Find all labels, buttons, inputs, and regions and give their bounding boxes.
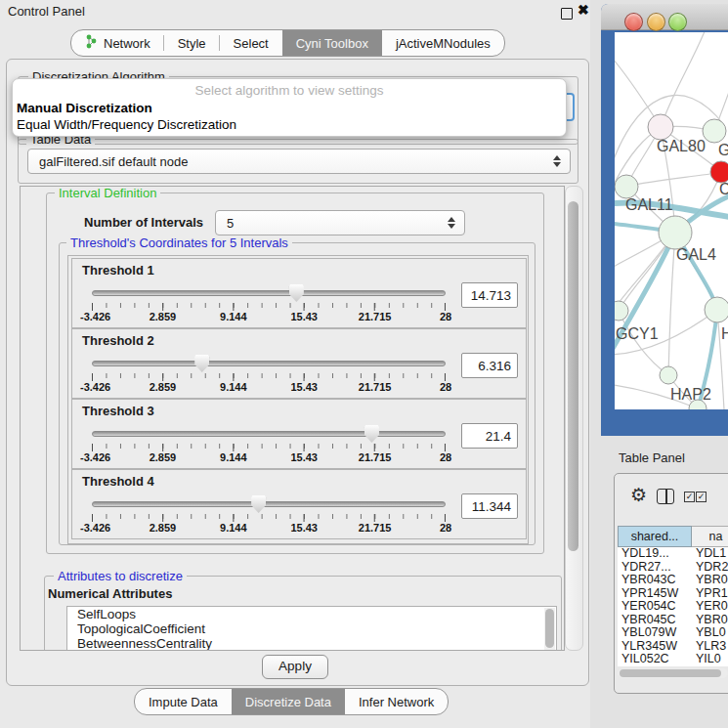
threshold-slider[interactable]: -3.4262.8599.14415.4321.71528: [92, 353, 446, 392]
column-header-shared-name[interactable]: shared...: [618, 526, 692, 547]
network-node[interactable]: [648, 114, 673, 140]
network-node-selected[interactable]: [710, 161, 728, 183]
threshold-value-field[interactable]: 11.344: [461, 493, 518, 519]
zoom-traffic-light[interactable]: [668, 13, 687, 31]
settings-scrollbar[interactable]: [565, 186, 583, 651]
screen: Control Panel ✖ Network Style Select Cyn…: [0, 0, 728, 728]
checkbox-icon[interactable]: ✓: [696, 492, 707, 502]
columns-icon[interactable]: [657, 489, 674, 504]
table-row[interactable]: YDL19...YDL1: [618, 547, 728, 561]
threshold-row: Threshold 4 -3.4262.8599.14415.4321.7152…: [71, 469, 527, 539]
settings-viewport: Interval Definition Number of Intervals …: [20, 186, 565, 651]
slider-major-ticks: [92, 303, 446, 311]
numerical-attributes-label: Numerical Attributes: [48, 586, 172, 601]
table-data-combobox[interactable]: galFiltered.sif default node: [27, 149, 571, 174]
slider-major-ticks: [92, 444, 446, 451]
thresholds-group: Threshold's Coordinates for 5 Intervals …: [59, 242, 535, 545]
tab-infer-network[interactable]: Infer Network: [345, 689, 448, 714]
threshold-label: Threshold 4: [82, 474, 154, 489]
tab-discretize-data[interactable]: Discretize Data: [232, 689, 345, 714]
table-row[interactable]: YDR27...YDR2: [618, 561, 728, 575]
threshold-slider[interactable]: -3.4262.8599.14415.4321.71528: [92, 493, 446, 533]
attributes-list-scrollbar[interactable]: [544, 608, 555, 651]
threshold-row: Threshold 3 -3.4262.8599.14415.4321.7152…: [71, 399, 527, 469]
network-node[interactable]: [615, 301, 628, 321]
threshold-value-field[interactable]: 21.4: [461, 423, 518, 449]
threshold-row: Threshold 1 -3.4262.8599.14415.4321.7152…: [71, 258, 527, 328]
close-icon[interactable]: ✖: [578, 2, 589, 18]
list-item[interactable]: TopologicalCoefficient: [67, 621, 556, 636]
list-item[interactable]: SelfLoops: [67, 607, 556, 621]
network-node[interactable]: [703, 119, 726, 143]
tab-label: Infer Network: [359, 695, 434, 709]
network-node[interactable]: [615, 175, 638, 198]
tab-label: Network: [104, 36, 150, 51]
threshold-value-field[interactable]: 14.713: [461, 282, 518, 308]
table-row[interactable]: YPR145WYPR1: [618, 587, 728, 601]
table-row[interactable]: YIL052CYIL0: [618, 653, 728, 666]
group-title: Attributes to discretize: [54, 570, 187, 583]
threshold-label: Threshold 1: [82, 263, 154, 278]
slider-track[interactable]: [92, 361, 446, 366]
slider-handle[interactable]: [194, 355, 209, 372]
column-header-name[interactable]: na: [692, 526, 728, 547]
tab-label: Discretize Data: [245, 695, 331, 709]
dropdown-item-equal-width[interactable]: Equal Width/Frequency Discretization: [17, 117, 236, 132]
scrollbar-thumb[interactable]: [620, 669, 721, 677]
network-node[interactable]: [659, 216, 692, 249]
dropdown-item-manual-discretization[interactable]: Manual Discretization: [17, 101, 152, 115]
slider-track[interactable]: [92, 431, 446, 437]
threshold-label: Threshold 2: [82, 333, 154, 348]
tab-cyni-toolbox[interactable]: Cyni Toolbox: [282, 30, 382, 56]
attributes-list: SelfLoops TopologicalCoefficient Between…: [66, 606, 557, 651]
threshold-slider[interactable]: -3.4262.8599.14415.4321.71528: [92, 423, 446, 462]
tab-select[interactable]: Select: [220, 30, 282, 56]
group-title: Threshold's Coordinates for 5 Intervals: [66, 236, 292, 250]
apply-button[interactable]: Apply: [262, 655, 328, 679]
gear-icon[interactable]: ⚙: [630, 487, 647, 504]
threshold-value-field[interactable]: 6.316: [461, 353, 518, 378]
float-window-icon[interactable]: [561, 8, 573, 20]
slider-track[interactable]: [92, 290, 446, 296]
network-window-titlebar[interactable]: [601, 4, 728, 30]
close-traffic-light[interactable]: [624, 13, 643, 31]
scrollbar-thumb[interactable]: [568, 201, 578, 551]
tab-style[interactable]: Style: [164, 30, 220, 56]
node-label: H: [721, 325, 728, 343]
node-label: C: [719, 181, 728, 198]
combo-arrows-icon: [448, 217, 455, 229]
network-canvas[interactable]: GAL80 G C GAL11 GAL4 GCY1 H HAP2: [615, 32, 728, 409]
num-intervals-combobox[interactable]: 5: [215, 210, 465, 236]
table-horizontal-scrollbar[interactable]: [618, 668, 728, 678]
table-row[interactable]: YER054CYER0: [618, 600, 728, 614]
top-tabbar: Network Style Select Cyni Toolbox jActiv…: [70, 29, 505, 57]
threshold-label: Threshold 3: [82, 404, 154, 418]
threshold-slider[interactable]: -3.4262.8599.14415.4321.71528: [92, 282, 446, 321]
network-icon: [85, 34, 98, 52]
table-data-value: galFiltered.sif default node: [28, 154, 553, 169]
tab-impute-data[interactable]: Impute Data: [135, 689, 232, 714]
combo-arrows-icon: [553, 155, 561, 167]
slider-handle[interactable]: [289, 284, 304, 302]
slider-handle[interactable]: [251, 495, 266, 513]
threshold-row: Threshold 2 -3.4262.8599.14415.4321.7152…: [71, 328, 527, 399]
tab-network[interactable]: Network: [71, 30, 164, 56]
network-node[interactable]: [705, 297, 728, 322]
tab-label: Select: [234, 36, 269, 51]
checkbox-icon[interactable]: ✓: [684, 492, 695, 502]
node-table: YDL19...YDL1 YDR27...YDR2 YBR043CYBR0 YP…: [618, 547, 728, 666]
network-node[interactable]: [660, 366, 677, 384]
slider-handle[interactable]: [364, 425, 379, 443]
thresholds-list: Threshold 1 -3.4262.8599.14415.4321.7152…: [67, 255, 529, 544]
table-row[interactable]: YBR043CYBR0: [618, 574, 728, 587]
slider-major-ticks: [92, 514, 446, 522]
group-title: Interval Definition: [55, 187, 160, 200]
slider-tick-labels: -3.4262.8599.14415.4321.71528: [92, 381, 446, 393]
tab-jactivemnodules[interactable]: jActiveMNodules: [382, 30, 504, 56]
table-row[interactable]: YBR045CYBR0: [618, 614, 728, 627]
table-row[interactable]: YBL079WYBL0: [618, 626, 728, 640]
slider-track[interactable]: [92, 501, 446, 507]
minimize-traffic-light[interactable]: [647, 13, 665, 31]
table-row[interactable]: YLR345WYLR3: [618, 640, 728, 654]
list-item[interactable]: BetweennessCentrality: [67, 636, 556, 651]
